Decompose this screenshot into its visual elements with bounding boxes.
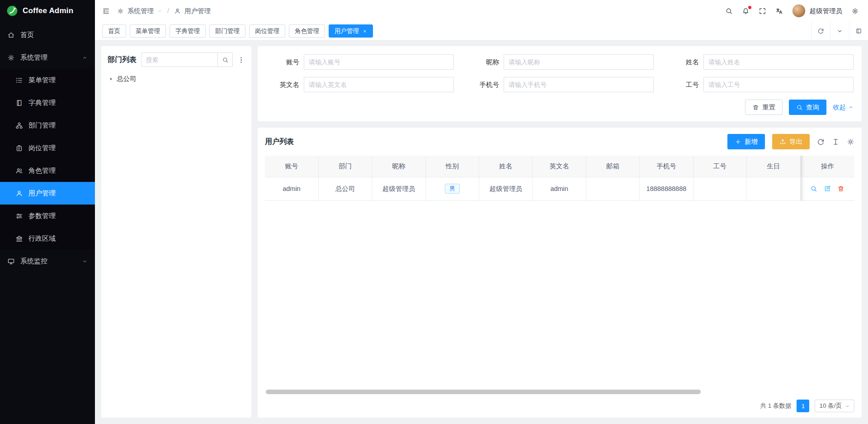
export-icon (779, 138, 786, 145)
user-icon (174, 8, 181, 14)
cell-gender: 男 (425, 177, 479, 200)
density-icon[interactable] (832, 138, 840, 146)
sidebar-item-menu-management[interactable]: 菜单管理 (0, 69, 95, 91)
notification-bell[interactable] (742, 7, 750, 15)
sidebar-item-label: 岗位管理 (28, 144, 56, 152)
tab-close-icon[interactable] (363, 29, 367, 33)
view-row-icon[interactable] (810, 185, 817, 192)
user-table: 账号 部门 昵称 性别 姓名 英文名 邮箱 手机号 工号 生日 操作 (265, 156, 854, 201)
tab-role-management[interactable]: 角色管理 (289, 24, 325, 38)
department-more-icon[interactable] (237, 56, 245, 64)
tab-label: 角色管理 (295, 27, 319, 35)
sidebar-item-post-management[interactable]: 岗位管理 (0, 137, 95, 159)
add-button-label: 新增 (745, 138, 758, 146)
column-header: 邮箱 (586, 156, 639, 177)
department-search-button[interactable] (217, 52, 233, 67)
monitor-icon (7, 257, 15, 265)
sidebar-item-dict-management[interactable]: 字典管理 (0, 91, 95, 114)
sidebar-item-label: 系统监控 (20, 257, 47, 266)
field-label: 英文名 (266, 81, 299, 89)
translate-icon[interactable] (775, 7, 783, 15)
chevron-up-icon (848, 105, 854, 110)
sidebar-item-label: 行政区域 (28, 234, 56, 243)
horizontal-scrollbar[interactable] (266, 390, 701, 394)
cell-account: admin (265, 177, 318, 200)
table-row[interactable]: admin 总公司 超级管理员 男 超级管理员 admin 1888888888… (265, 177, 854, 200)
reset-button[interactable]: 重置 (745, 100, 783, 115)
user-menu[interactable]: 超级管理员 (792, 4, 843, 18)
tab-home[interactable]: 首页 (102, 24, 126, 38)
layout-icon[interactable] (849, 22, 868, 40)
sidebar-item-home[interactable]: 首页 (0, 24, 95, 46)
collapse-sidebar-icon[interactable] (102, 7, 110, 15)
refresh-table-icon[interactable] (817, 138, 825, 146)
sidebar-item-role-management[interactable]: 角色管理 (0, 159, 95, 182)
query-button[interactable]: 查询 (789, 100, 826, 115)
home-icon (7, 31, 15, 39)
caret-right-icon[interactable] (108, 76, 113, 81)
tab-label: 菜单管理 (136, 27, 160, 35)
english-name-input[interactable] (304, 77, 454, 92)
field-work-id: 工号 (665, 77, 854, 92)
badge-icon (15, 144, 23, 152)
horizontal-scrollbar-track (266, 390, 854, 394)
sidebar-item-dept-management[interactable]: 部门管理 (0, 114, 95, 137)
fullscreen-icon[interactable] (759, 7, 766, 15)
system-management-submenu: 菜单管理 字典管理 部门管理 岗位管理 角色管理 (0, 69, 95, 250)
tab-label: 字典管理 (175, 27, 200, 35)
sidebar-item-label: 首页 (20, 31, 34, 39)
sidebar-item-label: 字典管理 (28, 99, 56, 107)
sidebar-item-param-management[interactable]: 参数管理 (0, 205, 95, 227)
plus-icon (735, 138, 741, 145)
page-content: 部门列表 总公司 (95, 41, 868, 424)
collapse-filter-link[interactable]: 收起 (833, 103, 854, 112)
search-icon[interactable] (725, 7, 733, 15)
work-id-input[interactable] (703, 77, 854, 92)
field-label: 姓名 (665, 58, 699, 67)
gear-icon (117, 8, 124, 14)
tab-user-management[interactable]: 用户管理 (329, 24, 373, 38)
field-name: 姓名 (665, 54, 854, 70)
phone-input[interactable] (504, 77, 654, 92)
username: 超级管理员 (810, 7, 843, 15)
breadcrumb-separator: / (167, 7, 169, 14)
reset-button-label: 重置 (762, 103, 775, 112)
cell-nickname: 超级管理员 (372, 177, 425, 200)
sidebar-item-system-monitor[interactable]: 系统监控 (0, 250, 95, 272)
page-size-select[interactable]: 10 条/页 (815, 400, 854, 412)
column-header: 姓名 (479, 156, 533, 177)
page-size-value: 10 条/页 (819, 402, 842, 410)
tab-dept-management[interactable]: 部门管理 (209, 24, 245, 38)
tabs-dropdown-icon[interactable] (830, 22, 849, 40)
name-input[interactable] (703, 54, 854, 70)
refresh-tabs-icon[interactable] (811, 22, 830, 40)
tab-bar-controls (811, 22, 868, 40)
export-button[interactable]: 导出 (772, 134, 810, 149)
tab-menu-management[interactable]: 菜单管理 (130, 24, 166, 38)
table-settings-gear-icon[interactable] (847, 138, 854, 146)
field-label: 昵称 (466, 58, 499, 67)
sliders-icon (15, 212, 23, 220)
department-search-input[interactable] (141, 52, 217, 67)
sidebar-item-label: 菜单管理 (28, 76, 56, 85)
cell-english-name: admin (533, 177, 586, 200)
chevron-down-icon (82, 258, 88, 264)
edit-row-icon[interactable] (824, 185, 831, 192)
page-1-button[interactable]: 1 (797, 400, 809, 412)
tab-label: 岗位管理 (255, 27, 279, 35)
delete-row-icon[interactable] (837, 185, 844, 192)
add-user-button[interactable]: 新增 (727, 134, 765, 149)
breadcrumb-level2: 用户管理 (184, 7, 211, 15)
settings-gear-icon[interactable] (851, 7, 859, 15)
field-label: 工号 (665, 81, 699, 89)
tab-dict-management[interactable]: 字典管理 (170, 24, 206, 38)
breadcrumb-level1[interactable]: 系统管理 (127, 7, 154, 15)
nickname-input[interactable] (504, 54, 654, 70)
account-input[interactable] (304, 54, 454, 70)
tree-node-root[interactable]: 总公司 (108, 73, 245, 85)
sidebar-item-user-management[interactable]: 用户管理 (0, 182, 95, 205)
sidebar-item-system-management[interactable]: 系统管理 (0, 46, 95, 69)
tab-post-management[interactable]: 岗位管理 (249, 24, 285, 38)
sidebar-item-admin-region[interactable]: 行政区域 (0, 227, 95, 250)
field-phone: 手机号 (466, 77, 654, 92)
